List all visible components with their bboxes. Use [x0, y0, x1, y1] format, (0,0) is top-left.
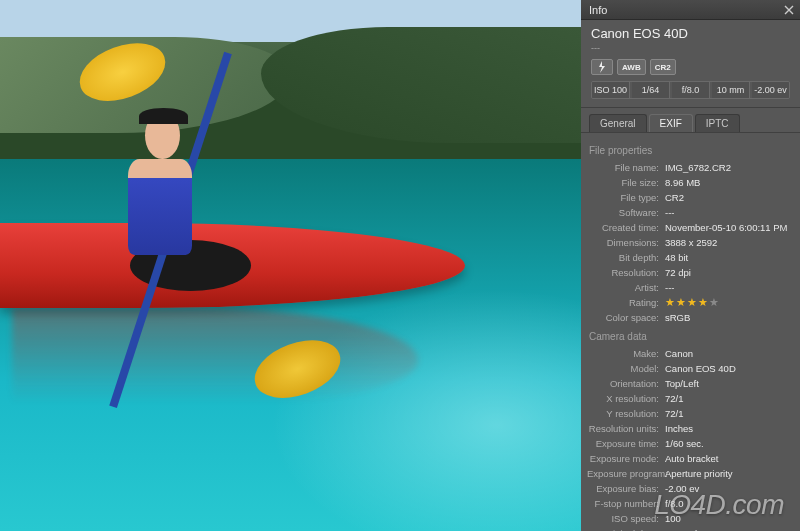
property-value: 72/1	[665, 408, 794, 419]
property-key: Created time:	[587, 222, 665, 233]
property-value: Aperture priority	[665, 468, 794, 479]
star-icon[interactable]: ★	[687, 297, 697, 308]
focal-value: 10 mm	[712, 82, 750, 98]
property-value: ---	[665, 207, 794, 218]
rating-stars[interactable]: ★★★★★	[665, 297, 794, 308]
property-key: F-stop number:	[587, 498, 665, 509]
property-value: 1/60 sec.	[665, 438, 794, 449]
property-value: CR2	[665, 192, 794, 203]
property-value: Inches	[665, 423, 794, 434]
property-key: Exposure program:	[587, 468, 665, 479]
property-key: Resolution units:	[587, 423, 665, 434]
property-row: Color space:sRGB	[587, 310, 794, 325]
tab-exif[interactable]: EXIF	[649, 114, 693, 132]
property-row: File size:8.96 MB	[587, 175, 794, 190]
property-key: Artist:	[587, 282, 665, 293]
property-value: ★★★★★	[665, 297, 794, 308]
property-row: Model:Canon EOS 40D	[587, 361, 794, 376]
property-row: File name:IMG_6782.CR2	[587, 160, 794, 175]
flash-icon	[591, 59, 613, 75]
property-value: -2.00 ev	[665, 483, 794, 494]
property-value: 72/1	[665, 393, 794, 404]
panel-header: Canon EOS 40D --- AWB CR2 ISO 100 1/64 f…	[581, 20, 800, 108]
property-value: November-05-10 6:00:11 PM	[665, 222, 794, 233]
property-row: Exposure time:1/60 sec.	[587, 436, 794, 451]
shutter-value: 1/64	[632, 82, 670, 98]
star-icon[interactable]: ★	[698, 297, 708, 308]
property-row: Exposure program:Aperture priority	[587, 466, 794, 481]
format-badge: CR2	[650, 59, 676, 75]
property-key: Orientation:	[587, 378, 665, 389]
close-icon[interactable]	[782, 3, 796, 17]
property-row: X resolution:72/1	[587, 391, 794, 406]
property-key: Model:	[587, 363, 665, 374]
property-key: Exposure time:	[587, 438, 665, 449]
camera-model-title: Canon EOS 40D	[591, 26, 790, 41]
star-icon[interactable]: ★	[665, 297, 675, 308]
star-icon[interactable]: ★	[709, 297, 719, 308]
property-value: IMG_6782.CR2	[665, 162, 794, 173]
property-key: Rating:	[587, 297, 665, 308]
property-key: File type:	[587, 192, 665, 203]
image-viewport[interactable]	[0, 0, 581, 531]
property-key: File size:	[587, 177, 665, 188]
property-key: Y resolution:	[587, 408, 665, 419]
awb-badge: AWB	[617, 59, 646, 75]
property-row: ISO speed:100	[587, 511, 794, 526]
property-value: Auto bracket	[665, 453, 794, 464]
property-key: Make:	[587, 348, 665, 359]
properties-scroll[interactable]: File properties File name:IMG_6782.CR2Fi…	[581, 133, 800, 531]
panel-title: Info	[589, 4, 607, 16]
property-key: Dimensions:	[587, 237, 665, 248]
iso-value: ISO 100	[592, 82, 630, 98]
section-file-properties: File properties	[589, 145, 794, 156]
tabs-bar: General EXIF IPTC	[581, 108, 800, 133]
star-icon[interactable]: ★	[676, 297, 686, 308]
property-value: Canon EOS 40D	[665, 363, 794, 374]
property-value: 8.96 MB	[665, 177, 794, 188]
property-key: Color space:	[587, 312, 665, 323]
tab-general[interactable]: General	[589, 114, 647, 132]
property-row: Artist:---	[587, 280, 794, 295]
property-row: File type:CR2	[587, 190, 794, 205]
kayaker	[105, 96, 221, 255]
camera-data-list: Make:CanonModel:Canon EOS 40DOrientation…	[587, 346, 794, 531]
property-value: ---	[665, 282, 794, 293]
property-row: Dimensions:3888 x 2592	[587, 235, 794, 250]
property-value: 100	[665, 513, 794, 524]
property-row: Software:---	[587, 205, 794, 220]
ev-value: -2.00 ev	[752, 82, 789, 98]
property-key: Exposure mode:	[587, 453, 665, 464]
property-key: Exposure bias:	[587, 483, 665, 494]
property-row: Resolution units:Inches	[587, 421, 794, 436]
property-row: Exposure mode:Auto bracket	[587, 451, 794, 466]
property-row: Rating:★★★★★	[587, 295, 794, 310]
property-value: f/8.0	[665, 498, 794, 509]
property-row: Exposure bias:-2.00 ev	[587, 481, 794, 496]
property-row: Created time:November-05-10 6:00:11 PM	[587, 220, 794, 235]
property-row: Make:Canon	[587, 346, 794, 361]
property-value: 48 bit	[665, 252, 794, 263]
property-row: Original date:November-05-10 6:00:11 PM	[587, 526, 794, 531]
property-value: Canon	[665, 348, 794, 359]
camera-subline: ---	[591, 43, 790, 53]
property-key: ISO speed:	[587, 513, 665, 524]
property-value: Top/Left	[665, 378, 794, 389]
aperture-value: f/8.0	[672, 82, 710, 98]
info-panel: Info Canon EOS 40D --- AWB CR2 ISO 100 1…	[581, 0, 800, 531]
property-value: 72 dpi	[665, 267, 794, 278]
tab-iptc[interactable]: IPTC	[695, 114, 740, 132]
property-row: F-stop number:f/8.0	[587, 496, 794, 511]
badge-row: AWB CR2	[591, 59, 790, 75]
property-row: Orientation:Top/Left	[587, 376, 794, 391]
property-key: File name:	[587, 162, 665, 173]
property-value: sRGB	[665, 312, 794, 323]
file-properties-list: File name:IMG_6782.CR2File size:8.96 MBF…	[587, 160, 794, 325]
property-key: X resolution:	[587, 393, 665, 404]
property-value: 3888 x 2592	[665, 237, 794, 248]
property-row: Resolution:72 dpi	[587, 265, 794, 280]
panel-titlebar[interactable]: Info	[581, 0, 800, 20]
exposure-summary: ISO 100 1/64 f/8.0 10 mm -2.00 ev	[591, 81, 790, 99]
section-camera-data: Camera data	[589, 331, 794, 342]
property-row: Y resolution:72/1	[587, 406, 794, 421]
